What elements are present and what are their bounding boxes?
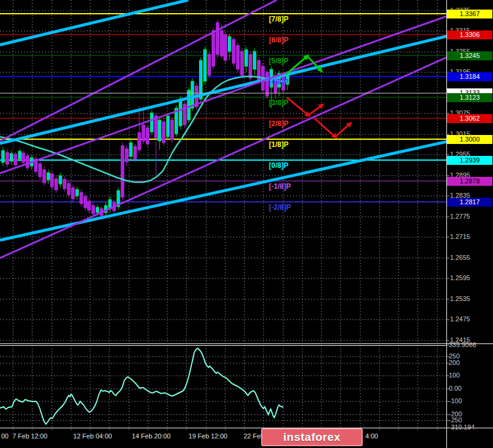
murrey-price-badge: 1.3123 <box>447 93 492 102</box>
murrey-level-label: [5/8]P <box>269 57 289 65</box>
chart-canvas[interactable] <box>0 0 493 448</box>
murrey-level-label: [6/8]P <box>269 36 289 44</box>
oscillator-axis-tick: -250 <box>449 416 462 424</box>
murrey-price-badge: 1.2878 <box>447 177 492 186</box>
murrey-level-label: [7/8]P <box>269 15 289 23</box>
oscillator-axis-tick: 0.00 <box>449 385 461 392</box>
price-axis-tick: 1.2655 <box>450 254 470 261</box>
oscillator-axis-tick: 100 <box>449 372 460 379</box>
murrey-price-badge: 1.3062 <box>447 114 492 123</box>
instaforex-watermark-text: instaforex <box>283 431 341 444</box>
time-axis-label: 00 <box>1 432 8 440</box>
oscillator-line <box>0 348 283 424</box>
murrey-level-label: [1/8]P <box>269 140 289 149</box>
time-axis-label: 19 Feb 12:00 <box>189 432 228 440</box>
murrey-price-badge: 1.3000 <box>447 135 492 144</box>
time-axis-label: 12 Feb 04:00 <box>74 432 112 440</box>
time-axis-label: 14 Feb 20:00 <box>132 432 171 440</box>
murrey-level-label: [4/8]P <box>269 78 289 86</box>
murrey-price-badge: 1.3184 <box>447 72 492 81</box>
trendlines[interactable] <box>0 0 493 258</box>
murrey-level-label: [0/8]P <box>269 161 289 170</box>
murrey-level-label: [-2/8]P <box>269 203 291 211</box>
murrey-price-badge: 1.2939 <box>447 156 492 165</box>
price-axis-tick: 1.2475 <box>450 315 470 323</box>
price-axis-tick: 1.2595 <box>450 274 470 281</box>
oscillator-axis-tick: -310.194 <box>449 424 474 431</box>
price-axis-tick: 1.2535 <box>450 295 470 302</box>
murrey-level-label: [3/8]P <box>269 99 289 107</box>
murrey-level-label: [2/8]P <box>269 119 289 128</box>
price-axis-tick: 1.2715 <box>450 233 470 240</box>
time-axis-label: 7 Feb 12:00 <box>13 432 48 440</box>
oscillator-axis-tick: -100 <box>449 397 462 404</box>
price-axis-tick: 1.2775 <box>450 213 470 220</box>
time-axis-label: 4:00 <box>365 432 378 440</box>
murrey-price-badge: 1.3367 <box>447 10 492 19</box>
murrey-price-badge: 1.3306 <box>447 30 492 39</box>
forex-chart-window: 1.33751.33151.32551.31951.31351.30751.30… <box>0 0 493 448</box>
murrey-price-badge: 1.2817 <box>447 198 492 207</box>
oscillator-axis-tick: 200 <box>449 359 460 366</box>
grid <box>0 0 446 431</box>
murrey-level-label: [-1/8]P <box>269 182 291 191</box>
murrey-price-badge: 1.3245 <box>447 51 492 60</box>
instaforex-watermark: instaforex <box>261 428 363 446</box>
oscillator-axis-tick: 339.9066 <box>449 341 476 348</box>
